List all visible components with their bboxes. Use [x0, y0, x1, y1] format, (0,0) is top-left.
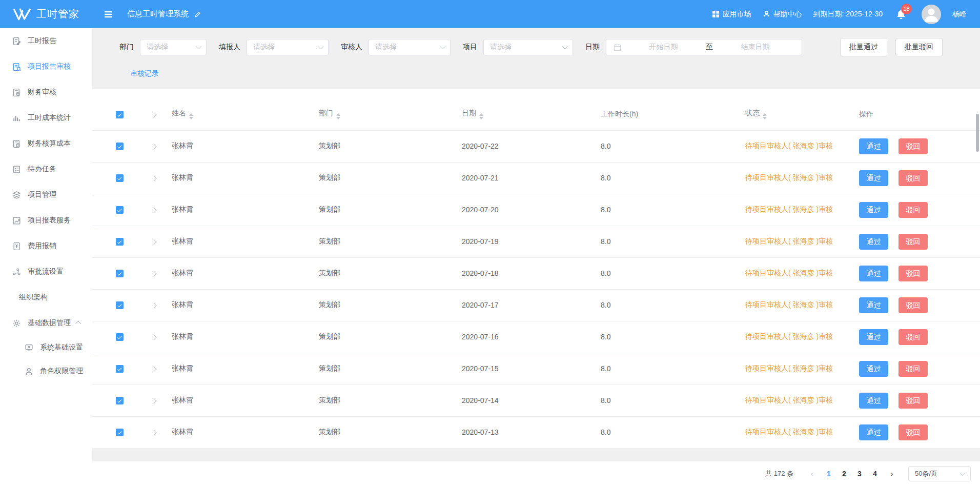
expand-row-icon[interactable]: [151, 430, 156, 435]
help-center-link[interactable]: 帮助中心: [763, 10, 802, 19]
page-size-select[interactable]: 50条/页: [908, 466, 971, 481]
gear-icon: [12, 319, 21, 328]
reporter-select[interactable]: 请选择: [247, 39, 329, 55]
approve-button[interactable]: 通过: [859, 424, 888, 440]
expand-all-icon[interactable]: [151, 112, 156, 117]
reject-button[interactable]: 驳回: [899, 424, 928, 440]
approve-button[interactable]: 通过: [859, 202, 888, 218]
sidebar-item-9[interactable]: 审批流设置: [0, 259, 92, 285]
approve-button[interactable]: 通过: [859, 297, 888, 313]
prev-page-button[interactable]: ‹: [805, 470, 819, 478]
approve-button[interactable]: 通过: [859, 234, 888, 250]
sidebar-item-5[interactable]: 待办任务: [0, 156, 92, 182]
row-checkbox[interactable]: [116, 143, 124, 150]
reject-button[interactable]: 驳回: [899, 329, 928, 345]
dept-select[interactable]: 请选择: [140, 39, 207, 55]
sidebar-item-2[interactable]: 财务审核: [0, 79, 92, 105]
sidebar-item-4[interactable]: 财务核算成本: [0, 131, 92, 156]
edit-title-pencil-icon[interactable]: [194, 11, 201, 18]
cell-name: 张林霄: [172, 130, 319, 162]
approve-button[interactable]: 通过: [859, 361, 888, 377]
reject-button[interactable]: 驳回: [899, 297, 928, 313]
row-checkbox[interactable]: [116, 301, 124, 309]
page-number-1[interactable]: 1: [821, 470, 836, 478]
expand-row-icon[interactable]: [151, 302, 156, 308]
row-checkbox[interactable]: [116, 397, 124, 404]
column-header-dept[interactable]: 部门: [319, 98, 462, 130]
batch-reject-button[interactable]: 批量驳回: [895, 38, 943, 56]
sidebar-item-11[interactable]: 基础数据管理: [0, 310, 92, 336]
filter-label-project: 项目: [463, 43, 477, 52]
start-date-input[interactable]: 开始日期: [624, 43, 703, 52]
column-header-status[interactable]: 状态: [745, 98, 859, 130]
sort-icon[interactable]: [763, 113, 767, 119]
row-checkbox[interactable]: [116, 429, 124, 436]
sidebar-item-1[interactable]: 项目报告审核: [0, 54, 92, 79]
row-checkbox[interactable]: [116, 238, 124, 246]
reject-button[interactable]: 驳回: [899, 361, 928, 377]
project-select[interactable]: 请选择: [483, 39, 573, 55]
reject-button[interactable]: 驳回: [899, 170, 928, 186]
notification-bell[interactable]: 18: [896, 9, 906, 19]
column-header-date[interactable]: 日期: [462, 98, 601, 130]
page-number-2[interactable]: 2: [836, 470, 852, 478]
expand-row-icon[interactable]: [151, 175, 156, 181]
approve-button[interactable]: 通过: [859, 329, 888, 345]
reject-button[interactable]: 驳回: [899, 393, 928, 409]
sidebar-item-13[interactable]: 角色权限管理: [0, 359, 92, 383]
cell-status: 待项目审核人( 张海彦 )审核: [745, 384, 859, 416]
end-date-input[interactable]: 结束日期: [716, 43, 794, 52]
reject-button[interactable]: 驳回: [899, 202, 928, 218]
sidebar-item-label: 项目管理: [28, 190, 56, 199]
sort-icon[interactable]: [479, 113, 483, 119]
user-avatar[interactable]: [922, 5, 941, 24]
sidebar-item-12[interactable]: 系统基础设置: [0, 336, 92, 359]
approve-button[interactable]: 通过: [859, 170, 888, 186]
approve-button[interactable]: 通过: [859, 138, 888, 154]
page-number-4[interactable]: 4: [867, 470, 883, 478]
approve-button[interactable]: 通过: [859, 393, 888, 409]
expand-row-icon[interactable]: [151, 144, 156, 149]
expand-row-icon[interactable]: [151, 239, 156, 245]
hamburger-menu-icon[interactable]: [104, 10, 113, 18]
sidebar-item-10[interactable]: 组织架构: [0, 285, 92, 310]
filter-label-date: 日期: [585, 43, 600, 52]
sidebar-item-7[interactable]: 项目报表服务: [0, 208, 92, 233]
app-market-link[interactable]: 应用市场: [712, 10, 751, 19]
sort-icon[interactable]: [189, 113, 193, 119]
approve-button[interactable]: 通过: [859, 266, 888, 281]
row-checkbox[interactable]: [116, 206, 124, 214]
row-checkbox[interactable]: [116, 333, 124, 341]
report-chart-icon: [12, 216, 21, 225]
reject-button[interactable]: 驳回: [899, 234, 928, 250]
expand-row-icon[interactable]: [151, 398, 156, 403]
row-checkbox[interactable]: [116, 270, 124, 277]
page-number-3[interactable]: 3: [852, 470, 867, 478]
column-header-name[interactable]: 姓名: [172, 98, 319, 130]
expand-row-icon[interactable]: [151, 271, 156, 276]
vertical-scrollbar-thumb[interactable]: [976, 114, 979, 152]
expand-row-icon[interactable]: [151, 366, 156, 372]
grid-icon: [712, 10, 720, 18]
sidebar-item-3[interactable]: 工时成本统计: [0, 105, 92, 131]
row-checkbox[interactable]: [116, 365, 124, 373]
sidebar-item-label: 角色权限管理: [40, 367, 83, 376]
expand-row-icon[interactable]: [151, 207, 156, 213]
expand-row-icon[interactable]: [151, 334, 156, 340]
monitor-icon: [25, 343, 33, 352]
auditor-select[interactable]: 请选择: [369, 39, 451, 55]
batch-approve-button[interactable]: 批量通过: [840, 38, 887, 56]
next-page-button[interactable]: ›: [885, 470, 899, 478]
select-all-checkbox[interactable]: [116, 111, 124, 118]
reject-button[interactable]: 驳回: [899, 138, 928, 154]
sidebar-item-8[interactable]: 费用报销: [0, 233, 92, 259]
reject-button[interactable]: 驳回: [899, 266, 928, 281]
column-header-hours: 工作时长(h): [601, 98, 745, 130]
date-range-picker[interactable]: 开始日期 至 结束日期: [606, 39, 802, 55]
sidebar-item-0[interactable]: 工时报告: [0, 28, 92, 54]
row-checkbox[interactable]: [116, 174, 124, 182]
sort-icon[interactable]: [336, 113, 340, 119]
sidebar-item-6[interactable]: 项目管理: [0, 182, 92, 208]
audit-records-tab[interactable]: 审核记录: [130, 69, 159, 78]
sidebar-item-label: 审批流设置: [28, 267, 64, 276]
